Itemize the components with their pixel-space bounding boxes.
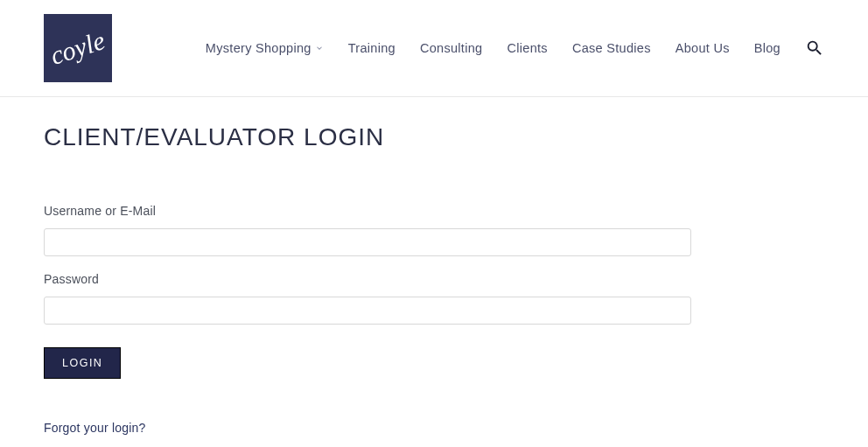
nav-item-clients[interactable]: Clients [507,41,547,55]
login-button[interactable]: LOGIN [44,347,121,379]
nav-item-consulting[interactable]: Consulting [420,41,483,55]
page-title: CLIENT/EVALUATOR LOGIN [44,123,824,151]
main-nav: Mystery Shopping Training Consulting Cli… [206,38,824,58]
password-label: Password [44,272,824,286]
main-content: CLIENT/EVALUATOR LOGIN Username or E-Mai… [0,97,868,447]
username-input[interactable] [44,228,691,256]
logo-text: coyle [47,25,109,71]
password-group: Password [44,272,824,325]
nav-label: Consulting [420,41,483,55]
nav-item-blog[interactable]: Blog [754,41,780,55]
nav-label: Blog [754,41,780,55]
nav-item-training[interactable]: Training [348,41,396,55]
nav-label: Clients [507,41,547,55]
password-input[interactable] [44,297,691,325]
nav-item-mystery-shopping[interactable]: Mystery Shopping [206,41,324,55]
search-icon[interactable] [805,38,824,58]
username-label: Username or E-Mail [44,204,824,218]
username-group: Username or E-Mail [44,204,824,256]
nav-item-case-studies[interactable]: Case Studies [572,41,651,55]
nav-label: Training [348,41,396,55]
nav-label: About Us [676,41,730,55]
chevron-down-icon [315,44,324,52]
nav-label: Case Studies [572,41,651,55]
forgot-login-link[interactable]: Forgot your login? [44,421,145,435]
nav-item-about-us[interactable]: About Us [676,41,730,55]
nav-label: Mystery Shopping [206,41,312,55]
logo[interactable]: coyle [44,14,112,82]
site-header: coyle Mystery Shopping Training Consulti… [0,0,868,97]
